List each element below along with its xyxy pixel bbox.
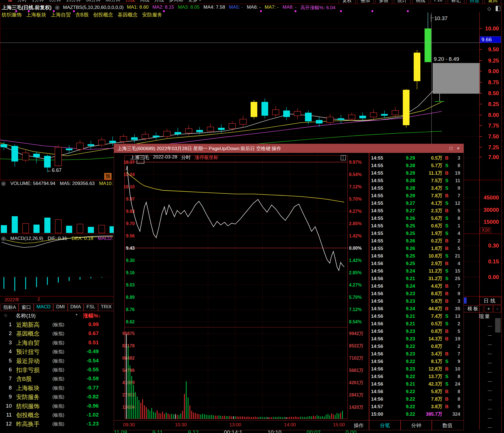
tick-row[interactable]: 14:559.261.8万B5 bbox=[369, 245, 463, 252]
tick-row[interactable]: 14:569.2312.8万B10 bbox=[369, 365, 463, 373]
sector-list-row[interactable]: 7含B股(板指)-0.59 bbox=[0, 374, 113, 383]
tick-row[interactable]: 14:569.2510.8万S21 bbox=[369, 252, 463, 260]
change-column-header[interactable]: 涨幅%↓ bbox=[83, 312, 101, 319]
tick-row[interactable]: 14:559.283.4万S9 bbox=[369, 184, 463, 192]
popup-title-bar[interactable]: 上海三毛(600689) 2022年03月28日 星期一 PageUp/Down… bbox=[114, 144, 464, 153]
svg-text:10.37: 10.37 bbox=[434, 15, 448, 21]
tick-row[interactable]: 14:569.2213.7万S8 bbox=[369, 373, 463, 380]
indicator-tab-指标A[interactable]: 指标A bbox=[1, 304, 19, 311]
zoom-out-button[interactable]: - bbox=[493, 305, 501, 312]
tick-row[interactable]: 14:559.251.9万S4 bbox=[369, 230, 463, 237]
tick-volume: 31.2万 bbox=[415, 275, 442, 282]
tick-row[interactable]: 14:569.238.8万B9 bbox=[369, 290, 463, 297]
tick-direction: B bbox=[442, 336, 451, 342]
tick-row[interactable]: 15:009.22385.7万324 bbox=[369, 410, 463, 418]
tick-row[interactable]: 14:569.235.8万B3 bbox=[369, 297, 463, 305]
tick-row[interactable]: 14:569.2131.2万S25 bbox=[369, 275, 463, 282]
tick-time: 14:55 bbox=[369, 170, 392, 176]
svg-text:9.97%: 9.97% bbox=[349, 160, 362, 165]
indicator-tab-TRIX[interactable]: TRIX bbox=[98, 304, 115, 311]
tick-volume: 7.8万 bbox=[415, 396, 442, 402]
tick-count: 35 bbox=[451, 306, 463, 312]
indicator-tab-MACD[interactable]: MACD bbox=[34, 304, 53, 311]
tick-row[interactable]: 14:569.230.8万B5 bbox=[369, 328, 463, 335]
tick-row[interactable]: 14:569.252.9万B4 bbox=[369, 260, 463, 267]
tab-action[interactable]: 操作 bbox=[354, 422, 364, 429]
tick-row[interactable]: 14:569.210.5万S2 bbox=[369, 320, 463, 328]
tick-row[interactable]: 14:559.272.3万B5 bbox=[369, 207, 463, 215]
collapse-icon[interactable]: v bbox=[1, 181, 6, 186]
tick-row[interactable]: 14:559.260.2万B2 bbox=[369, 237, 463, 245]
tick-row[interactable]: 14:569.217.4万S13 bbox=[369, 312, 463, 320]
tick-row[interactable]: 14:559.287.5万S11 bbox=[369, 177, 463, 184]
diamond-icon[interactable]: ◇ bbox=[487, 6, 491, 12]
template-button[interactable]: 模板 bbox=[463, 305, 483, 312]
svg-text:95875: 95875 bbox=[122, 331, 135, 336]
sector-list-row[interactable]: 11创投概念(板指)-1.02 bbox=[0, 411, 113, 420]
tick-row[interactable]: 14:569.228.1万S9 bbox=[369, 358, 463, 365]
price-axis-label: 7.75 bbox=[488, 122, 499, 129]
sector-change: -0.54 bbox=[87, 358, 99, 364]
sector-list-row[interactable]: 10纺织服饰(板指)-0.96 bbox=[0, 402, 113, 411]
tab-分笔[interactable]: 分笔 bbox=[380, 422, 390, 429]
intraday-popup-window[interactable]: 上海三毛(600689) 2022年03月28日 星期一 PageUp/Down… bbox=[114, 144, 464, 430]
tick-row[interactable]: 14:559.290.5万B3 bbox=[369, 154, 463, 162]
tick-row[interactable]: 14:569.233.4万B7 bbox=[369, 350, 463, 358]
tick-volume: 4.6万 bbox=[415, 283, 442, 289]
sector-list-row[interactable]: 4预计扭亏(板指)-0.49 bbox=[0, 347, 113, 356]
collapse-icon[interactable]: v bbox=[1, 236, 6, 241]
row-index: 10 bbox=[0, 403, 12, 409]
tick-row[interactable]: 14:559.265.6万S8 bbox=[369, 215, 463, 222]
tick-time: 14:56 bbox=[369, 351, 392, 357]
sector-list-row[interactable]: 3上海自贸(板指)0.51 bbox=[0, 338, 113, 347]
zoom-in-button[interactable]: + bbox=[484, 305, 493, 312]
tick-row[interactable]: 14:559.285.7万S8 bbox=[369, 162, 463, 169]
tick-price: 9.28 bbox=[392, 163, 415, 169]
sector-list-row[interactable]: 1近期新高(板指)0.99 bbox=[0, 320, 113, 329]
time-axis-label: 10:30 bbox=[175, 422, 187, 428]
tick-row[interactable]: 14:569.225.8万B8 bbox=[369, 388, 463, 395]
maximize-icon[interactable]: □ bbox=[450, 146, 452, 151]
tick-direction: B bbox=[442, 261, 451, 266]
tick-row[interactable]: 14:569.2142.3万S24 bbox=[369, 380, 463, 388]
intraday-chart-canvas[interactable]: 10.379.97%10.248.54%10.107.12%9.975.70%9… bbox=[114, 153, 369, 420]
close-icon[interactable]: × bbox=[457, 146, 460, 151]
tick-direction: B bbox=[442, 193, 451, 199]
tick-volume: 7.8万 bbox=[415, 193, 442, 199]
tick-row[interactable]: 14:569.220.8万2 bbox=[369, 343, 463, 350]
tick-row[interactable]: 14:559.297.8万B7 bbox=[369, 192, 463, 199]
tick-row[interactable]: 14:559.274.1万S12 bbox=[369, 199, 463, 207]
svg-text:5.70%: 5.70% bbox=[349, 197, 362, 201]
indicator-tab-DMI[interactable]: DMI bbox=[53, 304, 67, 311]
sector-change: 0.67 bbox=[88, 330, 99, 336]
gear-icon[interactable]: ☼ bbox=[3, 312, 8, 318]
tab-数值[interactable]: 数值 bbox=[442, 422, 452, 429]
layout-icon[interactable] bbox=[496, 6, 500, 11]
tick-price: 9.25 bbox=[392, 231, 415, 236]
tab-分钟[interactable]: 分钟 bbox=[411, 422, 421, 429]
statusbar-fragment: 9.12 bbox=[188, 429, 199, 433]
tick-row[interactable]: 14:569.2444.8万B35 bbox=[369, 305, 463, 312]
sector-list-row[interactable]: 5最近异动(板指)-0.54 bbox=[0, 357, 113, 365]
tick-row[interactable]: 14:569.244.6万B7 bbox=[369, 282, 463, 290]
tick-row[interactable]: 14:559.250.6万S1 bbox=[369, 222, 463, 230]
tick-row[interactable]: 14:569.2411.2万S15 bbox=[369, 267, 463, 275]
tick-direction: S bbox=[442, 253, 451, 259]
period-box-button[interactable]: 日线 bbox=[479, 297, 501, 305]
scrollbar-thumb[interactable] bbox=[495, 318, 501, 333]
indicator-tab-窗口[interactable]: 窗口 bbox=[19, 304, 34, 311]
tick-row[interactable]: 14:579.223.8万B9 bbox=[369, 403, 463, 410]
tick-row[interactable]: 14:569.227.8万B8 bbox=[369, 395, 463, 403]
sector-list-row[interactable]: 12昨高换手(板指)-1.23 bbox=[0, 420, 113, 429]
tick-volume: 0.2万 bbox=[415, 238, 442, 244]
tick-row[interactable]: 14:569.2314.3万B19 bbox=[369, 335, 463, 343]
sector-list-row[interactable]: 2基因概念(板指)0.67 bbox=[0, 329, 113, 338]
indicator-tab-DMA[interactable]: DMA bbox=[68, 304, 84, 311]
name-column-header[interactable]: 名称(19) bbox=[16, 312, 36, 319]
sector-list-row[interactable]: 6扣非亏损(板指)-0.55 bbox=[0, 365, 113, 374]
tick-count: 25 bbox=[451, 276, 463, 282]
sector-list-row[interactable]: 8上海板块(板指)-0.77 bbox=[0, 384, 113, 393]
sector-list-row[interactable]: 9安防服务(板指)-0.82 bbox=[0, 393, 113, 401]
tick-row[interactable]: 14:559.2911.1万B19 bbox=[369, 169, 463, 177]
indicator-tab-FSL[interactable]: FSL bbox=[84, 304, 98, 311]
